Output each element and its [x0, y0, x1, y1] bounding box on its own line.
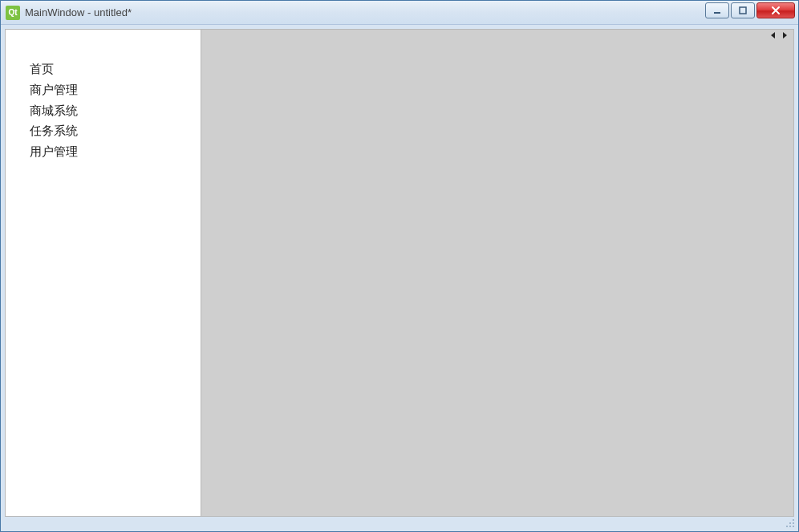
- sidebar-item-task-system[interactable]: 任务系统: [6, 120, 201, 141]
- sidebar-item-merchant-management[interactable]: 商户管理: [6, 79, 201, 100]
- app-icon-text: Qt: [8, 8, 17, 17]
- sidebar-item-label: 用户管理: [30, 144, 78, 158]
- titlebar[interactable]: Qt MainWindow - untitled*: [1, 1, 798, 25]
- sidebar-item-label: 商城系统: [30, 104, 78, 117]
- sidebar-item-user-management[interactable]: 用户管理: [6, 141, 201, 162]
- svg-point-4: [793, 522, 794, 524]
- close-button[interactable]: [756, 2, 795, 18]
- client-area: 首页 商户管理 商城系统 任务系统 用户管理: [1, 25, 798, 531]
- chevron-right-icon: [781, 31, 789, 39]
- resize-grip[interactable]: [784, 517, 795, 528]
- svg-point-3: [789, 522, 791, 524]
- sidebar-item-home[interactable]: 首页: [6, 59, 201, 79]
- statusbar: [5, 517, 794, 530]
- maximize-button[interactable]: [731, 2, 755, 18]
- window-title: MainWindow - untitled*: [25, 6, 793, 18]
- svg-rect-0: [714, 12, 720, 14]
- svg-point-5: [786, 526, 788, 527]
- sidebar-item-label: 首页: [30, 62, 54, 75]
- window-controls: [705, 2, 795, 18]
- designer-canvas[interactable]: [201, 29, 794, 517]
- sidebar: 首页 商户管理 商城系统 任务系统 用户管理: [5, 29, 201, 517]
- minimize-button[interactable]: [705, 2, 729, 18]
- qt-app-icon: Qt: [6, 6, 20, 20]
- svg-rect-1: [740, 7, 746, 14]
- minimize-icon: [712, 6, 722, 15]
- tab-scroll-right[interactable]: [781, 31, 790, 41]
- chevron-left-icon: [769, 31, 777, 39]
- close-icon: [770, 6, 781, 15]
- svg-point-7: [793, 526, 794, 527]
- sidebar-item-label: 任务系统: [30, 124, 78, 137]
- sidebar-item-label: 商户管理: [30, 83, 78, 96]
- resize-grip-icon: [784, 517, 795, 528]
- sidebar-item-mall-system[interactable]: 商城系统: [6, 100, 201, 121]
- svg-point-6: [789, 526, 791, 527]
- svg-point-2: [793, 519, 794, 521]
- main-window: Qt MainWindow - untitled*: [0, 0, 799, 532]
- tab-scroll-left[interactable]: [769, 31, 779, 41]
- tab-scroll-arrows: [769, 31, 790, 41]
- maximize-icon: [738, 6, 748, 15]
